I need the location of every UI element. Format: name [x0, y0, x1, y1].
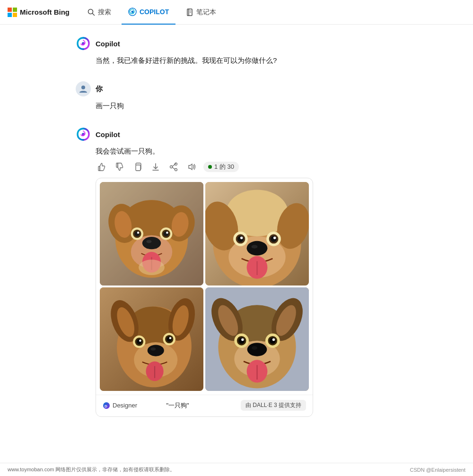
- image-card-footer: D Designer "一只狗" 由 DALL·E 3 提供支持: [96, 395, 313, 416]
- svg-point-59: [240, 237, 243, 239]
- svg-rect-16: [116, 163, 118, 167]
- dog-face-1-svg: [100, 182, 203, 286]
- svg-point-95: [252, 346, 257, 350]
- microsoft-logo-icon: [8, 8, 17, 17]
- image-caption: "一只狗": [166, 402, 189, 409]
- svg-point-62: [271, 236, 277, 242]
- svg-point-22: [175, 169, 177, 171]
- svg-line-5: [93, 13, 95, 15]
- svg-point-63: [273, 237, 276, 239]
- svg-point-13: [81, 86, 85, 89]
- image-grid: [96, 178, 313, 395]
- svg-rect-17: [136, 165, 140, 171]
- download-button[interactable]: [149, 162, 162, 172]
- copilot-response-block: Copilot 我会尝试画一只狗。: [76, 127, 397, 417]
- copilot-response-avatar: [76, 127, 91, 142]
- svg-rect-3: [13, 13, 17, 17]
- copilot-response-sender: Copilot: [96, 130, 120, 138]
- svg-rect-1: [13, 8, 17, 12]
- footer-brand: CSDN @Enlaipersistent: [410, 467, 465, 473]
- thumbs-down-button[interactable]: [114, 162, 126, 172]
- bing-name-label: Microsoft Bing: [20, 8, 70, 16]
- svg-point-103: [272, 338, 275, 341]
- svg-point-35: [142, 237, 161, 249]
- copilot-sender-name: Copilot: [96, 40, 120, 48]
- svg-point-74: [148, 345, 164, 356]
- dog-image-4[interactable]: [205, 287, 309, 391]
- svg-rect-2: [8, 13, 12, 17]
- svg-point-44: [166, 232, 168, 234]
- thumbs-down-icon: [115, 163, 124, 171]
- thumbs-up-button[interactable]: [96, 162, 108, 172]
- audio-icon: [187, 163, 196, 171]
- svg-line-24: [173, 164, 175, 166]
- svg-point-94: [247, 343, 267, 356]
- footer-url: www.toymoban.com 网络图片仅供展示，非存储，如有侵权请联系删除。: [8, 466, 175, 473]
- user-avatar: [76, 81, 91, 96]
- share-icon: [169, 163, 178, 171]
- svg-point-40: [137, 232, 139, 234]
- user-message-text: 画一只狗: [76, 100, 397, 112]
- svg-point-83: [169, 337, 171, 339]
- svg-point-98: [238, 338, 245, 344]
- dog-face-4-svg: [205, 287, 309, 391]
- green-dot-icon: [208, 165, 212, 169]
- page-footer: www.toymoban.com 网络图片仅供展示，非存储，如有侵权请联系删除。…: [0, 463, 473, 476]
- search-icon: [88, 9, 95, 16]
- svg-text:D: D: [105, 404, 107, 408]
- svg-point-21: [170, 166, 173, 168]
- svg-line-23: [173, 167, 175, 169]
- copilot-response-text: 我会尝试画一只狗。: [76, 146, 397, 157]
- audio-button[interactable]: [185, 162, 198, 172]
- image-card: D Designer "一只狗" 由 DALL·E 3 提供支持: [96, 178, 313, 417]
- copilot-avatar: [76, 36, 91, 51]
- designer-icon: D: [103, 402, 110, 409]
- dog-face-2-svg: [205, 182, 309, 286]
- action-bar: 1 的 30: [76, 162, 397, 172]
- copilot-swirl-icon: [76, 36, 91, 51]
- copilot-nav-icon: [128, 8, 137, 16]
- svg-point-79: [139, 340, 141, 342]
- svg-rect-0: [8, 8, 12, 12]
- svg-point-82: [166, 337, 172, 342]
- bing-logo[interactable]: Microsoft Bing: [8, 8, 70, 17]
- svg-rect-15: [98, 166, 100, 171]
- copilot-greeting-header: Copilot: [76, 36, 397, 51]
- copilot-response-header: Copilot: [76, 127, 397, 142]
- user-message-header: 你: [76, 81, 397, 96]
- copilot-greeting-block: Copilot 当然，我已准备好进行新的挑战。我现在可以为你做什么?: [76, 36, 397, 66]
- dog-image-1[interactable]: [100, 182, 203, 286]
- nav-notebook[interactable]: 笔记本: [179, 0, 223, 25]
- dog-image-2[interactable]: [205, 182, 309, 286]
- thumbs-up-icon: [97, 163, 106, 171]
- dog-face-3-svg: [100, 287, 203, 391]
- svg-point-47: [139, 260, 165, 275]
- designer-label: Designer: [113, 402, 137, 409]
- nav-copilot[interactable]: COPILOT: [122, 0, 175, 25]
- svg-marker-25: [189, 164, 192, 170]
- dalle-badge: 由 DALL·E 3 提供支持: [241, 400, 306, 411]
- svg-point-78: [137, 339, 142, 345]
- page-counter-text: 1 的 30: [214, 163, 234, 171]
- svg-point-102: [270, 338, 276, 344]
- top-navigation: Microsoft Bing 搜索 COPILOT 笔记本: [0, 0, 473, 25]
- svg-point-75: [150, 347, 156, 351]
- svg-point-58: [237, 236, 244, 242]
- copy-icon: [133, 163, 142, 171]
- svg-point-7: [131, 10, 134, 13]
- svg-point-39: [134, 231, 140, 236]
- user-sender-name: 你: [96, 85, 103, 94]
- svg-point-55: [251, 245, 257, 249]
- copilot-label: COPILOT: [140, 8, 169, 16]
- page-counter[interactable]: 1 的 30: [203, 162, 239, 172]
- download-icon: [151, 163, 160, 171]
- main-content: Copilot 当然，我已准备好进行新的挑战。我现在可以为你做什么? 你 画一只…: [66, 25, 407, 451]
- dog-image-3[interactable]: [100, 287, 203, 391]
- svg-point-99: [241, 338, 244, 341]
- copy-button[interactable]: [131, 162, 144, 172]
- nav-search[interactable]: 搜索: [81, 0, 118, 25]
- svg-point-14: [82, 133, 85, 136]
- share-button[interactable]: [167, 162, 180, 172]
- search-label: 搜索: [98, 8, 111, 17]
- user-person-icon: [79, 84, 88, 94]
